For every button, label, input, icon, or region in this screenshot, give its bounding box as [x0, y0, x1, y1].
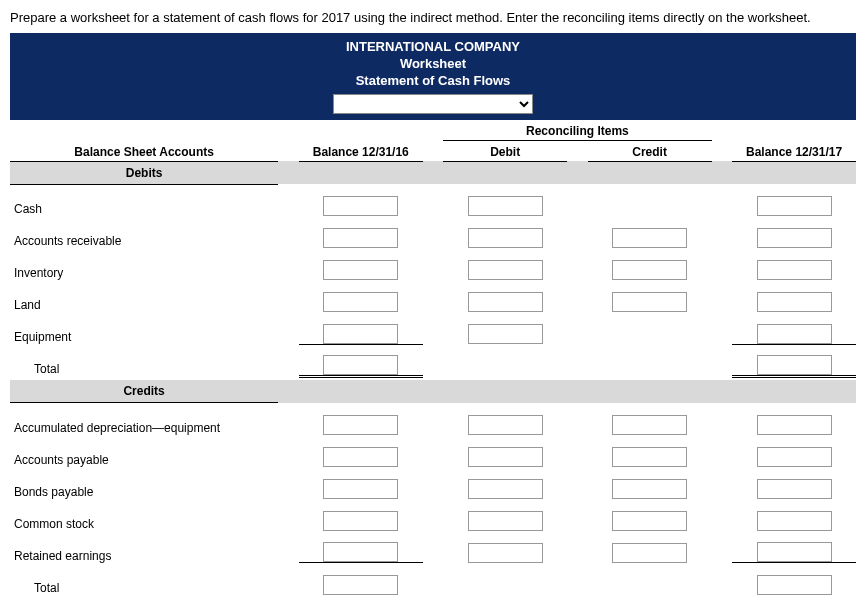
group-header-row: Reconciling Items [10, 120, 856, 141]
row-cs: Common stock [10, 499, 856, 531]
row-equip: Equipment [10, 312, 856, 344]
land-balance-begin[interactable] [323, 292, 398, 312]
row-ap: Accounts payable [10, 435, 856, 467]
worksheet-header: INTERNATIONAL COMPANY Worksheet Statemen… [10, 33, 856, 94]
worksheet-title: Worksheet [10, 56, 856, 73]
land-balance-end[interactable] [757, 292, 832, 312]
label-ar: Accounts receivable [10, 216, 278, 248]
inv-credit[interactable] [612, 260, 687, 280]
debits-section-label: Debits [10, 161, 278, 184]
re-debit[interactable] [468, 543, 543, 563]
header-select-row [10, 94, 856, 120]
total-debits-begin[interactable] [323, 355, 398, 375]
cs-credit[interactable] [612, 511, 687, 531]
col-credit: Credit [588, 140, 712, 161]
worksheet-table: Reconciling Items Balance Sheet Accounts… [10, 120, 856, 595]
bp-credit[interactable] [612, 479, 687, 499]
land-credit[interactable] [612, 292, 687, 312]
label-inv: Inventory [10, 248, 278, 280]
instruction-text: Prepare a worksheet for a statement of c… [10, 10, 856, 25]
re-balance-begin[interactable] [323, 542, 398, 562]
cash-debit[interactable] [468, 196, 543, 216]
cs-balance-begin[interactable] [323, 511, 398, 531]
ap-debit[interactable] [468, 447, 543, 467]
ap-balance-end[interactable] [757, 447, 832, 467]
reconciling-items-header: Reconciling Items [443, 120, 711, 141]
equip-balance-end[interactable] [757, 324, 832, 344]
ar-balance-begin[interactable] [323, 228, 398, 248]
accdep-balance-end[interactable] [757, 415, 832, 435]
row-bp: Bonds payable [10, 467, 856, 499]
label-equip: Equipment [10, 312, 278, 344]
bp-debit[interactable] [468, 479, 543, 499]
label-accdep: Accumulated depreciation—equipment [10, 403, 278, 435]
row-inv: Inventory [10, 248, 856, 280]
inv-debit[interactable] [468, 260, 543, 280]
inv-balance-begin[interactable] [323, 260, 398, 280]
worksheet-container: INTERNATIONAL COMPANY Worksheet Statemen… [10, 33, 856, 595]
row-cash: Cash [10, 184, 856, 216]
cs-debit[interactable] [468, 511, 543, 531]
ar-debit[interactable] [468, 228, 543, 248]
label-bp: Bonds payable [10, 467, 278, 499]
label-re: Retained earnings [10, 531, 278, 563]
debits-section-row: Debits [10, 161, 856, 184]
ap-balance-begin[interactable] [323, 447, 398, 467]
bp-balance-end[interactable] [757, 479, 832, 499]
credits-section-label: Credits [10, 380, 278, 403]
credits-section-row: Credits [10, 380, 856, 403]
label-cs: Common stock [10, 499, 278, 531]
cs-balance-end[interactable] [757, 511, 832, 531]
accdep-debit[interactable] [468, 415, 543, 435]
ar-credit[interactable] [612, 228, 687, 248]
row-ar: Accounts receivable [10, 216, 856, 248]
period-select[interactable] [333, 94, 533, 114]
row-total-credits: Total [10, 563, 856, 595]
cash-balance-end[interactable] [757, 196, 832, 216]
accdep-balance-begin[interactable] [323, 415, 398, 435]
label-land: Land [10, 280, 278, 312]
row-accdep: Accumulated depreciation—equipment [10, 403, 856, 435]
ar-balance-end[interactable] [757, 228, 832, 248]
column-header-row: Balance Sheet Accounts Balance 12/31/16 … [10, 140, 856, 161]
col-balance-begin: Balance 12/31/16 [299, 140, 423, 161]
company-name: INTERNATIONAL COMPANY [10, 39, 856, 56]
label-total-debits: Total [10, 344, 278, 376]
label-cash: Cash [10, 184, 278, 216]
label-ap: Accounts payable [10, 435, 278, 467]
ap-credit[interactable] [612, 447, 687, 467]
row-land: Land [10, 280, 856, 312]
col-debit: Debit [443, 140, 567, 161]
equip-debit[interactable] [468, 324, 543, 344]
total-credits-end[interactable] [757, 575, 832, 595]
bp-balance-begin[interactable] [323, 479, 398, 499]
row-re: Retained earnings [10, 531, 856, 563]
re-balance-end[interactable] [757, 542, 832, 562]
total-credits-begin[interactable] [323, 575, 398, 595]
accdep-credit[interactable] [612, 415, 687, 435]
total-debits-end[interactable] [757, 355, 832, 375]
row-total-debits: Total [10, 344, 856, 376]
land-debit[interactable] [468, 292, 543, 312]
col-accounts: Balance Sheet Accounts [10, 140, 278, 161]
label-total-credits: Total [10, 563, 278, 595]
re-credit[interactable] [612, 543, 687, 563]
inv-balance-end[interactable] [757, 260, 832, 280]
cash-balance-begin[interactable] [323, 196, 398, 216]
equip-balance-begin[interactable] [323, 324, 398, 344]
worksheet-subtitle: Statement of Cash Flows [10, 73, 856, 90]
col-balance-end: Balance 12/31/17 [732, 140, 856, 161]
